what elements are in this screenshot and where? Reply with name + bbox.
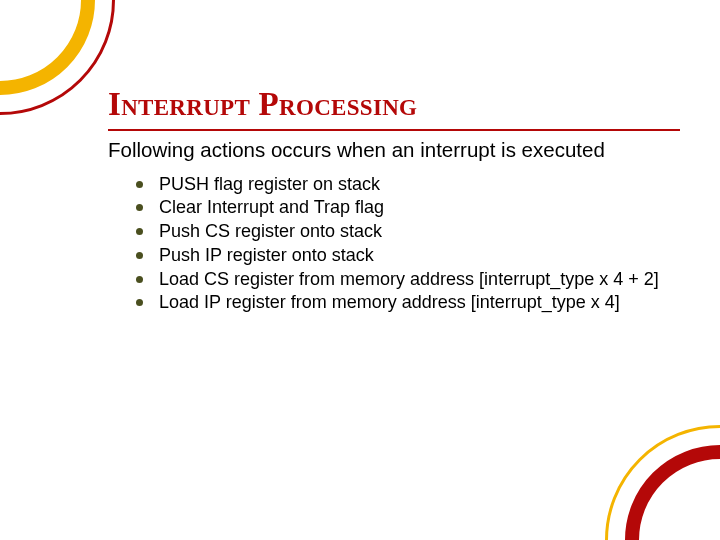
list-item: Clear Interrupt and Trap flag [136,196,680,220]
bullet-icon [136,276,143,283]
bullet-text: Push CS register onto stack [159,220,680,244]
slide-subtitle: Following actions occurs when an interru… [108,137,680,163]
list-item: PUSH flag register on stack [136,173,680,197]
list-item: Push IP register onto stack [136,244,680,268]
corner-decoration-bottom-right [600,420,720,540]
deco-ring-inner [0,0,95,95]
corner-decoration-top-left [0,0,120,120]
bullet-list: PUSH flag register on stack Clear Interr… [136,173,680,316]
bullet-text: PUSH flag register on stack [159,173,680,197]
list-item: Load CS register from memory address [in… [136,268,680,292]
list-item: Load IP register from memory address [in… [136,291,680,315]
bullet-icon [136,204,143,211]
bullet-text: Clear Interrupt and Trap flag [159,196,680,220]
list-item: Push CS register onto stack [136,220,680,244]
bullet-text: Load IP register from memory address [in… [159,291,680,315]
bullet-icon [136,252,143,259]
title-underline [108,129,680,131]
slide-title: Interrupt Processing [108,86,680,123]
bullet-icon [136,181,143,188]
bullet-icon [136,228,143,235]
slide-content: Interrupt Processing Following actions o… [108,86,680,315]
deco-ring-inner [625,445,720,540]
deco-ring-outer [605,425,720,540]
bullet-icon [136,299,143,306]
deco-ring-outer [0,0,115,115]
bullet-text: Load CS register from memory address [in… [159,268,680,292]
bullet-text: Push IP register onto stack [159,244,680,268]
